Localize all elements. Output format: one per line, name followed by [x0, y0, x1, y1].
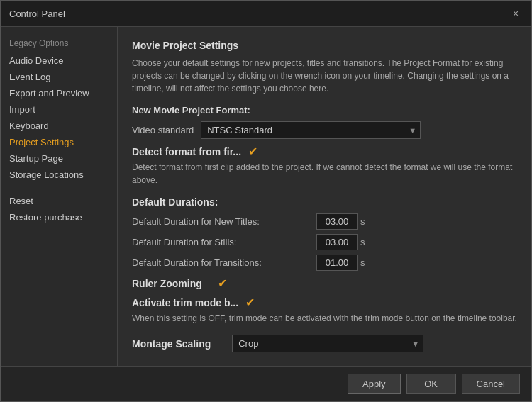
sidebar-item-startup-page[interactable]: Startup Page	[1, 150, 117, 167]
detect-format-desc: Detect format from first clip added to t…	[132, 161, 517, 186]
video-standard-select[interactable]: NTSC Standard PAL Standard Cinema 4K Cin…	[201, 121, 421, 139]
sidebar-item-project-settings[interactable]: Project Settings	[1, 134, 117, 150]
apply-button[interactable]: Apply	[348, 374, 401, 394]
activate-trim-row: Activate trim mode b... ✔	[132, 296, 517, 309]
montage-scaling-select-wrapper: Crop Fit Stretch Fill ▼	[232, 335, 423, 352]
sidebar-item-restore-purchase[interactable]: Restore purchase	[1, 209, 117, 225]
video-standard-label: Video standard	[132, 125, 194, 135]
sidebar-item-audio-device[interactable]: Audio Device	[1, 52, 117, 69]
duration-transitions-label: Default Duration for Transitions:	[132, 257, 316, 268]
detect-format-label: Detect format from fir...	[132, 146, 241, 157]
duration-titles-input[interactable]	[316, 213, 358, 230]
video-standard-row: Video standard NTSC Standard PAL Standar…	[132, 121, 517, 139]
duration-row-titles: Default Duration for New Titles: s	[132, 213, 517, 230]
video-standard-select-wrapper: NTSC Standard PAL Standard Cinema 4K Cin…	[201, 121, 421, 139]
main-content: Movie Project Settings Choose your defau…	[118, 27, 531, 366]
montage-scaling-row: Montage Scaling Crop Fit Stretch Fill ▼	[132, 335, 517, 352]
sidebar-item-event-log[interactable]: Event Log	[1, 69, 117, 85]
duration-stills-label: Default Duration for Stills:	[132, 237, 316, 247]
montage-scaling-select[interactable]: Crop Fit Stretch Fill	[232, 335, 423, 352]
title-bar: Control Panel ×	[1, 1, 531, 27]
duration-titles-unit: s	[360, 216, 365, 227]
montage-scaling-label: Montage Scaling	[132, 338, 211, 350]
control-panel-dialog: Control Panel × Legacy Options Audio Dev…	[0, 0, 532, 402]
ok-button[interactable]: OK	[406, 374, 456, 394]
section-title: Movie Project Settings	[132, 40, 517, 51]
ruler-zooming-label: Ruler Zooming	[132, 278, 202, 289]
sidebar-item-reset[interactable]: Reset	[1, 193, 117, 209]
ruler-zooming-row: Ruler Zooming ✔	[132, 277, 517, 290]
ruler-zooming-check-icon: ✔	[218, 277, 227, 290]
sidebar-item-export-preview[interactable]: Export and Preview	[1, 85, 117, 101]
close-button[interactable]: ×	[509, 6, 523, 21]
main-description: Choose your default settings for new pro…	[132, 57, 517, 95]
sidebar: Legacy Options Audio Device Event Log Ex…	[1, 27, 118, 366]
duration-stills-input[interactable]	[316, 234, 358, 250]
format-label: New Movie Project Format:	[132, 105, 517, 116]
duration-transitions-input[interactable]	[316, 255, 358, 271]
detect-format-check-icon: ✔	[248, 145, 257, 158]
sidebar-section-label: Legacy Options	[1, 35, 117, 52]
duration-titles-label: Default Duration for New Titles:	[132, 216, 316, 227]
sidebar-item-import[interactable]: Import	[1, 101, 117, 118]
sidebar-item-storage-locations[interactable]: Storage Locations	[1, 167, 117, 183]
duration-stills-unit: s	[360, 237, 365, 247]
activate-trim-desc: When this setting is OFF, trim mode can …	[132, 312, 517, 325]
activate-trim-label: Activate trim mode b...	[132, 297, 238, 308]
duration-row-transitions: Default Duration for Transitions: s	[132, 255, 517, 271]
duration-row-stills: Default Duration for Stills: s	[132, 234, 517, 250]
default-durations-label: Default Durations:	[132, 196, 517, 208]
dialog-body: Legacy Options Audio Device Event Log Ex…	[1, 27, 531, 366]
detect-format-row: Detect format from fir... ✔	[132, 145, 517, 158]
dialog-footer: Apply OK Cancel	[1, 366, 531, 401]
sidebar-item-keyboard[interactable]: Keyboard	[1, 118, 117, 134]
dialog-title: Control Panel	[9, 9, 65, 19]
cancel-button[interactable]: Cancel	[462, 374, 520, 394]
activate-trim-check-icon: ✔	[245, 296, 255, 309]
duration-transitions-unit: s	[360, 257, 365, 268]
